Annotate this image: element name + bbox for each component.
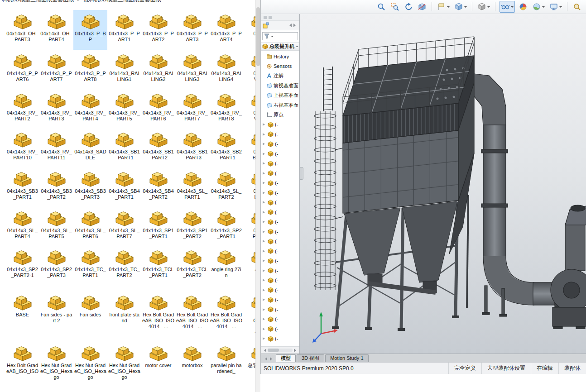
file-item[interactable]: 04x14x3_SB3_PART2: [39, 167, 73, 207]
tree-item[interactable]: History: [261, 52, 299, 62]
breadcrumb[interactable]: 料机3D模型三维图纸全套图纸>混料机3D模型三维图纸全套图纸: [2, 0, 161, 4]
expand-arrow-icon[interactable]: [263, 328, 266, 330]
file-item[interactable]: 04x14x3_P_PART8: [73, 50, 107, 89]
file-item[interactable]: 04x14x3_P_PART6: [5, 50, 39, 89]
tree-item[interactable]: 上视基准面: [261, 91, 299, 100]
file-item[interactable]: 04x14x3_SB4_PART2: [141, 167, 175, 207]
file-item[interactable]: 04x14x3_TCL_PART2: [175, 246, 209, 291]
file-item[interactable]: 04x14x3_SL_PART5: [39, 207, 73, 246]
expand-arrow-icon[interactable]: [263, 230, 266, 233]
tree-item[interactable]: 注解: [261, 71, 299, 81]
tree-item[interactable]: 右视基准面: [261, 100, 299, 110]
expand-arrow-icon[interactable]: [263, 133, 266, 136]
tree-component-item[interactable]: (-: [261, 227, 299, 237]
expand-arrow-icon[interactable]: [263, 172, 266, 175]
tree-component-item[interactable]: (-: [261, 129, 299, 139]
tree-filter-input[interactable]: [262, 32, 298, 40]
tree-component-item[interactable]: (-: [261, 207, 299, 217]
file-item[interactable]: 04x14x3_SB3_PART3: [73, 167, 107, 207]
model-3d-view[interactable]: [300, 14, 586, 354]
file-item[interactable]: angle ring 27in: [209, 246, 243, 291]
section-view-button[interactable]: [417, 1, 427, 12]
tree-item[interactable]: 原点: [261, 110, 299, 120]
tree-component-item[interactable]: (-: [261, 149, 299, 159]
file-item[interactable]: 04x14x3_SP2_PART1: [209, 207, 243, 246]
breadcrumb-segment[interactable]: 混料机3D模型三维图纸全套图纸: [83, 0, 161, 3]
expand-arrow-icon[interactable]: [263, 191, 266, 194]
file-item[interactable]: Hex Bolt GradeAB_ISO_ISO 4014 - ...: [141, 291, 175, 342]
file-item[interactable]: 04x14x3_P_PART4: [209, 10, 243, 50]
panel-splitter-handle[interactable]: [300, 167, 303, 180]
file-item[interactable]: 04x14x3_RV_PART3: [39, 89, 73, 128]
file-item[interactable]: Fan sides: [73, 291, 107, 342]
file-item[interactable]: Fan sides - part 2: [39, 291, 73, 342]
tree-horizontal-scrollbar[interactable]: [261, 346, 299, 354]
expand-arrow-icon[interactable]: [263, 162, 266, 165]
view-orientation-button[interactable]: [453, 1, 468, 12]
collapse-chevron-icon[interactable]: [296, 44, 298, 47]
tree-component-item[interactable]: (-: [261, 266, 299, 276]
tree-component-item[interactable]: (-: [261, 178, 299, 188]
file-item[interactable]: Hex Bolt GradeAB_ISO_ISO 4014 - ...: [209, 291, 243, 342]
expand-arrow-icon[interactable]: [263, 201, 266, 204]
tree-component-item[interactable]: (-: [261, 198, 299, 208]
file-item[interactable]: 04x14x3_SB4_PART1: [107, 167, 141, 207]
display-style-button[interactable]: [476, 1, 491, 12]
zoom-to-area-button[interactable]: [389, 1, 400, 12]
file-item[interactable]: motorbox: [175, 342, 209, 392]
scrollbar-track[interactable]: [268, 349, 293, 352]
file-item[interactable]: 04x14x3_TC_PART2: [107, 246, 141, 291]
options-button[interactable]: [572, 1, 582, 12]
panel-next-arrow-icon[interactable]: [293, 24, 298, 27]
file-item[interactable]: 04x14x3_SL_PART1: [175, 167, 209, 207]
file-item[interactable]: Hex Bolt GradeAB_ISO_ISO 4014 - ...: [175, 291, 209, 342]
file-item[interactable]: 04x14x3_SP2_PART2-1: [5, 246, 39, 291]
file-item[interactable]: 04x14x3_P_BP: [73, 10, 107, 50]
tree-component-item[interactable]: (-: [261, 256, 299, 266]
file-item[interactable]: 04x14x3_RV_PART11: [39, 128, 73, 167]
file-item[interactable]: 04x14x3_RV_PART6: [141, 89, 175, 128]
zoom-to-fit-button[interactable]: [376, 1, 387, 12]
feature-manager-tab-icon[interactable]: [263, 22, 269, 29]
apply-scene-button[interactable]: [531, 1, 546, 12]
file-item[interactable]: BASE: [5, 291, 39, 342]
annotation-views-button[interactable]: [436, 1, 451, 12]
file-item[interactable]: Hex Nut GradeC_ISO_Hexago: [107, 342, 141, 392]
file-item[interactable]: 04x14x3_SB3_PART1: [5, 167, 39, 207]
tree-item[interactable]: 前视基准面: [261, 81, 299, 91]
file-item[interactable]: 04x14x3_RV_PART8: [209, 89, 243, 128]
file-item[interactable]: 04x14x3_OH_PART4: [39, 10, 73, 50]
file-item[interactable]: 04x14x3_SADDLE: [73, 128, 107, 167]
tree-component-item[interactable]: (-: [261, 295, 299, 305]
tab-scroll-right-icon[interactable]: [269, 356, 275, 362]
file-item[interactable]: 04x14x3_SL_PART6: [73, 207, 107, 246]
file-item[interactable]: 04x14x3_OH_PART3: [5, 10, 39, 50]
panel-prev-arrow-icon[interactable]: [288, 24, 292, 27]
file-item[interactable]: front plate stand: [107, 291, 141, 342]
tree-component-item[interactable]: (-: [261, 305, 299, 315]
breadcrumb-segment[interactable]: 料机3D模型三维图纸全套图纸: [2, 0, 74, 3]
expand-arrow-icon[interactable]: [263, 259, 266, 262]
tab-motion-study[interactable]: Motion Study 1: [325, 354, 368, 362]
tree-component-item[interactable]: (-: [261, 246, 299, 256]
tree-component-item[interactable]: (-: [261, 120, 299, 130]
file-item[interactable]: 04x14x3_RAILING4: [209, 50, 243, 89]
expand-arrow-icon[interactable]: [263, 279, 266, 282]
expand-arrow-icon[interactable]: [263, 123, 266, 126]
graphics-viewport[interactable]: [300, 14, 586, 354]
tree-component-item[interactable]: (-: [261, 188, 299, 198]
status-large-assembly-settings[interactable]: 大型装配体设置: [481, 363, 531, 374]
tree-component-item[interactable]: (-: [261, 276, 299, 286]
hide-show-items-button[interactable]: [500, 1, 515, 13]
file-item[interactable]: 04x14x3_SL_PART7: [107, 207, 141, 246]
file-item[interactable]: 04x14x3_SB1_PART3: [175, 128, 209, 167]
tab-3d-views[interactable]: 3D 视图: [297, 354, 324, 362]
explorer-scrollbar[interactable]: [255, 0, 260, 392]
file-item[interactable]: Hex Bolt GradeAB_ISO_ISO: [5, 342, 39, 392]
file-item[interactable]: Hex Nut GradeC_ISO_Hexago: [73, 342, 107, 392]
file-item[interactable]: 04x14x3_P_PART3: [175, 10, 209, 50]
file-item[interactable]: 04x14x3_SL_PART4: [5, 207, 39, 246]
file-item[interactable]: 04x14x3_RAILING1: [107, 50, 141, 89]
file-item[interactable]: 04x14x3_P_PART1: [107, 10, 141, 50]
file-item[interactable]: 04x14x3_RV_PART10: [5, 128, 39, 167]
